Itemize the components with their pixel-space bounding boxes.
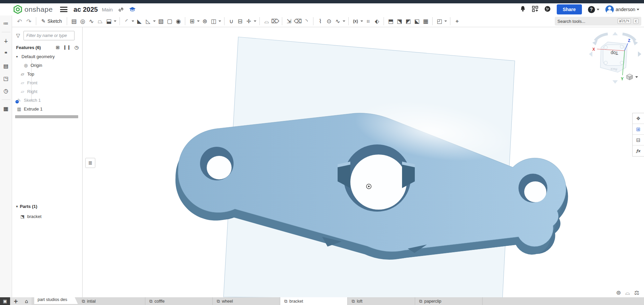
model-canvas[interactable] xyxy=(83,27,644,297)
tree-item-plane-top[interactable]: ▱Top xyxy=(12,70,82,78)
linear-pattern-icon[interactable]: ⊞ xyxy=(188,17,196,26)
feature-list-icon[interactable]: ≔ xyxy=(1,18,11,28)
draft-dropdown-caret-icon[interactable] xyxy=(152,17,156,26)
appearance-panel-button[interactable]: ❖ xyxy=(633,113,644,124)
boolean-icon[interactable]: ∪ xyxy=(227,17,236,26)
curve-icon[interactable]: ∿ xyxy=(333,17,342,26)
add-folder-icon[interactable]: ⊞ xyxy=(56,45,60,50)
suspend-icon[interactable]: ❙❙ xyxy=(63,45,71,50)
workspace-name[interactable]: Main xyxy=(102,7,113,12)
sheet-metal-tab-icon[interactable]: ⬕ xyxy=(412,17,421,26)
flat-pattern-icon[interactable]: ▦ xyxy=(421,17,430,26)
add-tab-button[interactable]: + xyxy=(10,297,21,305)
chamfer-icon[interactable]: ◣ xyxy=(135,17,144,26)
onshape-logo[interactable]: onshape xyxy=(13,5,53,14)
rotate-up-arrow-icon[interactable] xyxy=(612,32,618,35)
offset-surface-icon[interactable]: ⌓ xyxy=(262,17,271,26)
tree-item-extrude-1[interactable]: ▥Extrude 1 xyxy=(12,104,82,113)
frame-icon[interactable]: ⌗ xyxy=(364,17,373,26)
composite-part-icon[interactable]: ◰ xyxy=(435,17,444,26)
history-icon[interactable]: ◷ xyxy=(1,86,11,96)
rotate-left-arrow-icon[interactable] xyxy=(595,34,608,41)
tab-cofffe[interactable]: ⧉cofffe xyxy=(145,297,213,305)
curve-dropdown-caret-icon[interactable] xyxy=(342,17,346,26)
graphics-viewport[interactable]: ≣ Top Back X Z Y xyxy=(83,27,644,297)
rotate-down-arrow-icon[interactable] xyxy=(612,80,618,84)
share-button[interactable]: Share xyxy=(557,4,582,14)
point-icon[interactable]: ⊙ xyxy=(325,17,333,26)
mass-properties-icon[interactable]: ⚖ xyxy=(634,289,639,296)
thicken-dropdown-caret-icon[interactable] xyxy=(113,17,117,26)
composite-part-dropdown-caret-icon[interactable] xyxy=(444,17,448,26)
variable-icon[interactable]: (x) xyxy=(351,17,360,26)
circular-pattern-icon[interactable]: ⊛ xyxy=(200,17,209,26)
fillet-icon[interactable]: ◜ xyxy=(122,17,131,26)
delete-face-icon[interactable]: ⌦ xyxy=(271,17,280,26)
origin-marker[interactable] xyxy=(366,184,371,189)
view-options-menu[interactable] xyxy=(626,74,638,80)
manage-tabs-home-button[interactable]: ⌂ xyxy=(21,297,32,305)
document-title[interactable]: ac 2025 xyxy=(73,6,98,13)
bom-table-button[interactable]: ⊞ xyxy=(633,124,644,135)
capture-button[interactable]: ▣ xyxy=(0,297,10,305)
configurations-icon[interactable]: ▦ xyxy=(1,103,11,114)
part-item-bracket[interactable]: ⬔bracket xyxy=(12,212,82,221)
mirror-dropdown-caret-icon[interactable] xyxy=(218,17,222,26)
bend-icon[interactable]: ◩ xyxy=(404,17,412,26)
insert-datum-icon[interactable]: ∔ xyxy=(1,36,11,46)
tree-item-plane-right[interactable]: ▱Right xyxy=(12,87,82,96)
transform-icon[interactable]: ✛ xyxy=(244,17,253,26)
protractor-icon[interactable]: ⌓ xyxy=(625,289,630,296)
share-link-icon[interactable] xyxy=(118,7,124,12)
help-menu[interactable]: ? xyxy=(588,6,599,13)
tab-wheel[interactable]: ⧉wheel xyxy=(213,297,280,305)
fillet-dropdown-caret-icon[interactable] xyxy=(131,17,135,26)
thicken-icon[interactable]: ⬓ xyxy=(104,17,113,26)
app-store-icon[interactable] xyxy=(532,6,538,13)
tab-part-studios[interactable]: part studios des xyxy=(34,295,78,304)
tab-intial[interactable]: ⧉intial xyxy=(78,297,145,305)
parts-header[interactable]: ▾ Parts (1) xyxy=(16,204,37,209)
sweep-icon[interactable]: ∿ xyxy=(87,17,96,26)
notifications-bell-icon[interactable] xyxy=(520,6,526,13)
filter-icon[interactable]: ▽ xyxy=(16,33,20,39)
search-tools[interactable]: Search tools... alt/⌥ c xyxy=(555,17,641,26)
document-menu-icon[interactable] xyxy=(60,7,67,12)
feature-function-button[interactable]: ƒx xyxy=(633,145,644,156)
regen-timer-icon[interactable]: ◷ xyxy=(75,45,79,50)
pan-left-arrow-icon[interactable] xyxy=(589,51,592,57)
shell-icon[interactable]: ▢ xyxy=(165,17,174,26)
loft-icon[interactable]: ⏢ xyxy=(96,17,104,26)
feature-list-handle-button[interactable]: ≣ xyxy=(85,158,95,168)
rib-icon[interactable]: ▧ xyxy=(156,17,165,26)
ai-advisor-icon[interactable] xyxy=(544,6,551,13)
rollback-bar[interactable] xyxy=(15,115,78,118)
extrude-icon[interactable]: ▤ xyxy=(69,17,78,26)
pan-right-arrow-icon[interactable] xyxy=(638,51,641,57)
part-help-icon[interactable]: ◳ xyxy=(1,73,11,83)
tree-item-default-geometry[interactable]: ▾Default geometry xyxy=(12,52,82,61)
tape-measure-icon[interactable]: ⊚ xyxy=(616,289,621,296)
split-icon[interactable]: ⊟ xyxy=(236,17,244,26)
undo-button[interactable]: ↶ xyxy=(15,18,24,25)
tree-item-plane-front[interactable]: ▱Front xyxy=(12,78,82,87)
move-face-icon[interactable]: ⇲ xyxy=(285,17,293,26)
select-tools-icon[interactable]: ⌖ xyxy=(453,17,461,26)
variable-dropdown-caret-icon[interactable] xyxy=(360,17,364,26)
tree-item-origin[interactable]: ◎Origin xyxy=(12,61,82,70)
transform-dropdown-caret-icon[interactable] xyxy=(253,17,257,26)
tab-bracket[interactable]: ⧉bracket xyxy=(280,297,348,305)
properties-notes-icon[interactable]: ▤ xyxy=(1,61,11,71)
mirror-icon[interactable]: ◫ xyxy=(209,17,218,26)
delete-part-icon[interactable]: ⌫ xyxy=(293,17,302,26)
draft-icon[interactable]: ◺ xyxy=(144,17,152,26)
flange-icon[interactable]: ⬔ xyxy=(395,17,404,26)
configuration-table-button[interactable]: ⊟ xyxy=(633,135,644,145)
filter-input[interactable] xyxy=(23,31,75,40)
user-menu[interactable]: anderson xyxy=(605,5,639,14)
hole-icon[interactable]: ◉ xyxy=(174,17,183,26)
tab-paperclip[interactable]: ⧉paperclip xyxy=(415,297,483,305)
tag-icon[interactable]: ⬖ xyxy=(373,17,381,26)
comments-icon[interactable]: ❝ xyxy=(1,48,11,58)
sketch-button[interactable]: ✎ Sketch xyxy=(39,17,64,26)
